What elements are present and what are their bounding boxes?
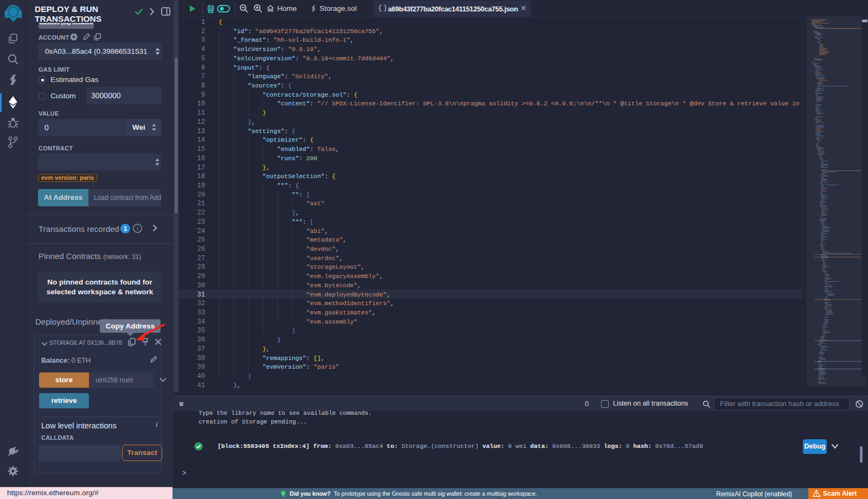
svg-text:i: i [137, 225, 138, 231]
